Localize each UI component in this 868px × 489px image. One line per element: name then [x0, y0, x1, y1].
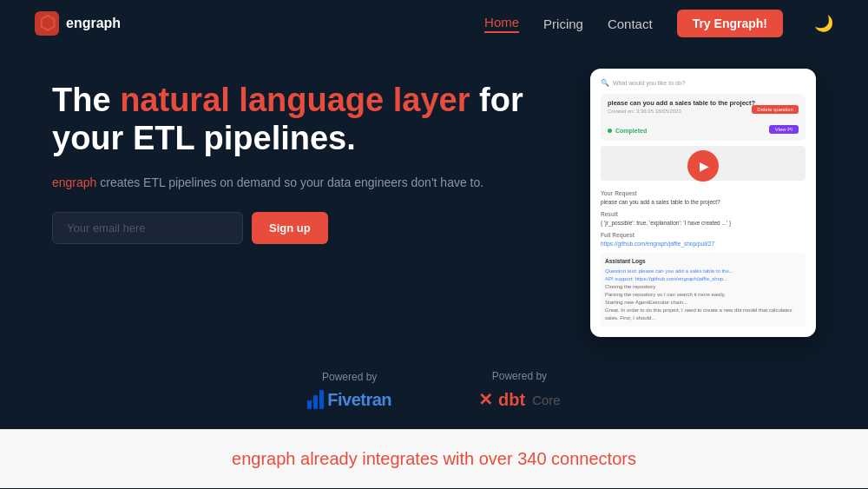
dbt-logo: ✕ dbt Core — [478, 389, 561, 410]
mockup-video-placeholder — [601, 146, 806, 181]
hero-mockup: What would you like to do? please can yo… — [590, 69, 816, 337]
navbar: engraph Home Pricing Contact Try Engraph… — [0, 0, 868, 47]
mockup-request-section: Your Request please can you add a sales … — [601, 190, 806, 206]
mockup-search: What would you like to do? — [601, 79, 806, 87]
full-request-label: Full Request — [601, 232, 806, 238]
hero-desc-text: creates ETL pipelines on demand so your … — [96, 175, 483, 189]
mockup-status: Completed — [608, 128, 647, 134]
status-label: Completed — [615, 128, 647, 134]
log-line-2: API support: https://github.com/engraph/… — [605, 275, 801, 283]
hero-left: The natural language layer for your ETL … — [52, 73, 556, 244]
powered-dbt: Powered by ✕ dbt Core — [478, 370, 561, 410]
integration-text: engraph already integrates with over 340… — [232, 449, 636, 468]
nav-home[interactable]: Home — [484, 15, 519, 33]
hero-description: engraph creates ETL pipelines on demand … — [52, 173, 556, 192]
dbt-wordmark: dbt — [498, 390, 525, 410]
mockup-card: What would you like to do? please can yo… — [590, 69, 816, 337]
hero-title-part1: The — [52, 82, 120, 118]
nav-contact[interactable]: Contact — [608, 17, 653, 31]
logo-icon — [35, 11, 59, 36]
mockup-result-section: Result { 'jr_possible': true, 'explanati… — [601, 211, 806, 227]
hero-title-highlight: natural language layer — [120, 82, 470, 118]
try-engraph-button[interactable]: Try Engraph! — [677, 10, 783, 37]
result-content: { 'jr_possible': true, 'explanation': 'I… — [601, 219, 806, 227]
nav-links: Home Pricing Contact Try Engraph! 🌙 — [484, 10, 833, 37]
logo[interactable]: engraph — [35, 11, 121, 36]
mockup-delete-btn[interactable]: Delete question — [752, 105, 799, 114]
hero-brand: engraph — [52, 175, 96, 189]
fivetran-icon — [307, 390, 324, 409]
powered-fivetran: Powered by Fivetran — [307, 371, 391, 410]
dbt-icon: ✕ — [478, 389, 493, 410]
full-request-url[interactable]: https://github.com/engraph/jaffle_shop/p… — [601, 240, 806, 248]
mockup-full-request-section: Full Request https://github.com/engraph/… — [601, 232, 806, 248]
log-line-5: Starting new AgentExecutor chain... — [605, 299, 801, 307]
dark-mode-toggle[interactable]: 🌙 — [814, 14, 833, 33]
powered-dbt-label: Powered by — [492, 370, 547, 382]
nav-pricing[interactable]: Pricing — [543, 17, 583, 31]
log-title: Assistant Logs — [605, 257, 801, 266]
log-line-3: Cloning the repository — [605, 283, 801, 291]
result-label: Result — [601, 211, 806, 217]
hero-title: The natural language layer for your ETL … — [52, 82, 556, 157]
mockup-search-text: What would you like to do? — [613, 80, 686, 86]
your-request-label: Your Request — [601, 190, 806, 196]
hero-section: The natural language layer for your ETL … — [0, 47, 868, 354]
fivetran-wordmark: Fivetran — [327, 390, 391, 410]
log-line-1: Question text: please can you add a sale… — [605, 268, 801, 275]
mockup-question-block: please can you add a sales table to the … — [601, 94, 806, 141]
status-dot — [608, 129, 612, 133]
powered-section: Powered by Fivetran Powered by ✕ dbt Cor… — [0, 354, 868, 429]
integration-section: engraph already integrates with over 340… — [0, 429, 868, 488]
play-button[interactable] — [687, 150, 719, 182]
logo-text: engraph — [66, 16, 121, 31]
dbt-core-label: Core — [532, 393, 561, 407]
log-line-4: Parsing the repository so I can search i… — [605, 291, 801, 299]
powered-fivetran-label: Powered by — [322, 371, 377, 383]
your-request-content: please can you add a sales table to the … — [601, 198, 806, 206]
signup-button[interactable]: Sign up — [252, 212, 328, 244]
mockup-log-box: Assistant Logs Question text: please can… — [601, 253, 806, 327]
hero-form: Sign up — [52, 212, 556, 244]
fivetran-logo: Fivetran — [307, 390, 391, 410]
mockup-view-btn[interactable]: View PI — [769, 125, 799, 134]
mockup-video-area — [601, 146, 806, 185]
log-line-6: Great. In order to do this project, I ne… — [605, 307, 801, 322]
email-input[interactable] — [52, 212, 243, 244]
